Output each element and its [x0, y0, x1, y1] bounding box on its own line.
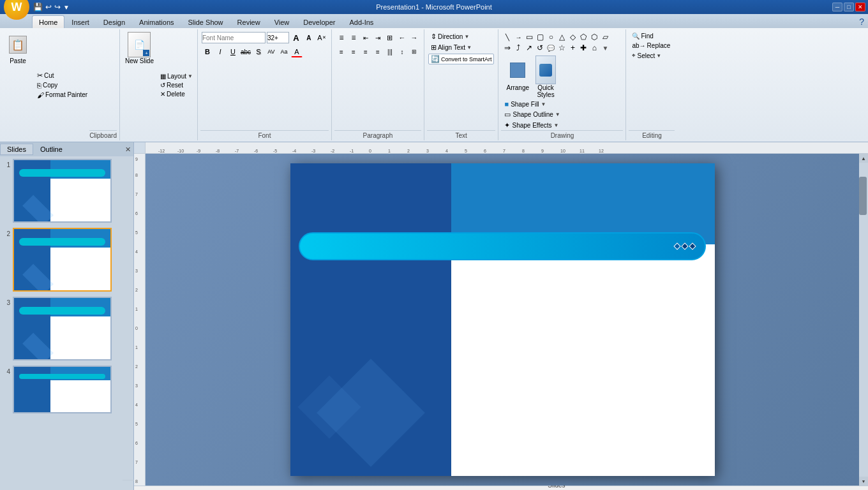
- ltr-button[interactable]: →: [408, 32, 420, 43]
- select-button[interactable]: ⌖ Select ▼: [630, 51, 663, 60]
- office-button[interactable]: W: [4, 0, 29, 20]
- slide-thumb-1[interactable]: [13, 159, 112, 223]
- new-slide-button[interactable]: 📄 + New Slide: [123, 31, 156, 66]
- shape-item-hexagon[interactable]: ⬡: [589, 32, 599, 42]
- slide-item-2[interactable]: 2: [3, 228, 131, 292]
- tab-slideshow[interactable]: Slide Show: [181, 15, 230, 28]
- quick-access-redo[interactable]: ↪: [54, 3, 61, 11]
- maximize-button[interactable]: □: [844, 3, 854, 11]
- slide-thumb-4[interactable]: [13, 366, 112, 413]
- quick-styles-button[interactable]: QuickStyles: [533, 54, 558, 100]
- align-left-button[interactable]: ≡: [336, 46, 347, 57]
- shape-item-star[interactable]: ☆: [557, 43, 567, 53]
- shrink-font-button[interactable]: A: [303, 32, 315, 43]
- arrange-button[interactable]: Arrange: [504, 54, 532, 100]
- columns-button[interactable]: |||: [384, 46, 396, 57]
- shape-item-diamond[interactable]: ◇: [567, 32, 578, 42]
- tab-design[interactable]: Design: [96, 15, 132, 28]
- smartart-icon[interactable]: ⊞: [384, 32, 396, 43]
- shape-item-trapezoid[interactable]: ⌂: [589, 43, 599, 53]
- copy-button[interactable]: ⎘ Copy: [35, 81, 89, 90]
- reset-button[interactable]: ↺ Reset: [158, 81, 195, 89]
- shape-fill-button[interactable]: ■ Shape Fill ▼: [502, 100, 562, 108]
- shape-item-pentagon[interactable]: ⬠: [578, 32, 588, 42]
- minimize-button[interactable]: ─: [832, 3, 842, 11]
- tab-home[interactable]: Home: [32, 15, 64, 28]
- find-button[interactable]: 🔍 Find: [630, 32, 655, 40]
- tab-review[interactable]: Review: [230, 15, 267, 28]
- slide-thumb-2[interactable]: [13, 228, 112, 292]
- paste-button[interactable]: 📋 Paste: [3, 31, 33, 66]
- tab-slides[interactable]: Slides: [0, 144, 33, 155]
- tab-developer[interactable]: Developer: [296, 15, 342, 28]
- shape-item-curved-arrow[interactable]: ↺: [535, 43, 545, 53]
- para-settings-icon[interactable]: ⊞: [408, 46, 420, 57]
- shape-item-callout[interactable]: 💬: [546, 43, 556, 53]
- shape-item-notched[interactable]: ⤴: [513, 43, 523, 53]
- vertical-scrollbar[interactable]: ▲ ▼: [859, 154, 868, 486]
- increase-indent-button[interactable]: ⇥: [372, 32, 384, 43]
- scroll-up-button[interactable]: ▲: [859, 154, 868, 163]
- align-right-button[interactable]: ≡: [360, 46, 371, 57]
- slide-cyan-bar[interactable]: [299, 232, 706, 260]
- selection-handle-1[interactable]: [674, 242, 681, 249]
- quick-access-save[interactable]: 💾: [33, 3, 43, 11]
- quick-access-dropdown[interactable]: ▼: [63, 4, 70, 11]
- shape-item-line[interactable]: ╲: [502, 32, 513, 42]
- underline-button[interactable]: U: [227, 46, 239, 57]
- numbering-button[interactable]: ≡: [348, 32, 359, 43]
- delete-button[interactable]: ✕ Delete: [158, 90, 195, 98]
- tab-animations[interactable]: Animations: [132, 15, 181, 28]
- case-button[interactable]: Aa: [278, 46, 290, 57]
- slide-item-4[interactable]: 4: [3, 366, 131, 413]
- slide-item-3[interactable]: 3: [3, 297, 131, 360]
- shape-item-bent-arrow[interactable]: ↗: [524, 43, 534, 53]
- shape-item-triangle[interactable]: △: [557, 32, 567, 42]
- bold-button[interactable]: B: [202, 46, 213, 57]
- tab-view[interactable]: View: [267, 15, 297, 28]
- layout-button[interactable]: ▦ Layout ▼: [158, 72, 195, 80]
- clear-format-button[interactable]: A✕: [316, 32, 327, 43]
- shape-item-oval[interactable]: ○: [546, 32, 556, 42]
- font-name-input[interactable]: [202, 32, 266, 43]
- close-button[interactable]: ✕: [855, 3, 865, 11]
- bullets-button[interactable]: ≡: [336, 32, 347, 43]
- shape-item-rounded-rect[interactable]: ▢: [535, 32, 545, 42]
- selection-handle-2[interactable]: [682, 242, 689, 249]
- scroll-thumb-v[interactable]: [859, 177, 867, 215]
- slide-thumb-3[interactable]: [13, 297, 112, 360]
- replace-button[interactable]: ab→ Replace: [630, 41, 672, 50]
- font-color-button[interactable]: A: [291, 46, 303, 57]
- cut-button[interactable]: ✂ Cut: [35, 71, 89, 80]
- decrease-indent-button[interactable]: ⇤: [360, 32, 371, 43]
- center-button[interactable]: ≡: [348, 46, 359, 57]
- shape-effects-button[interactable]: ✦ Shape Effects ▼: [502, 121, 562, 130]
- shape-item-more[interactable]: ▼: [600, 43, 610, 53]
- shape-outline-button[interactable]: ▭ Shape Outline ▼: [502, 110, 562, 119]
- slide-item-1[interactable]: 1: [3, 159, 131, 223]
- help-icon[interactable]: ?: [855, 15, 868, 28]
- tab-addins[interactable]: Add-Ins: [342, 15, 380, 28]
- char-spacing-button[interactable]: AV: [266, 46, 277, 57]
- tab-outline[interactable]: Outline: [33, 144, 70, 155]
- grow-font-button[interactable]: A: [290, 32, 302, 43]
- shape-item-right-arrow[interactable]: ⇒: [502, 43, 513, 53]
- justify-button[interactable]: ≡: [372, 46, 384, 57]
- shape-item-plus[interactable]: +: [567, 43, 578, 53]
- tab-insert[interactable]: Insert: [64, 15, 96, 28]
- shape-item-arrow[interactable]: →: [513, 32, 523, 42]
- text-direction-button[interactable]: ⇕ Direction ▼: [428, 32, 472, 41]
- strikethrough-button[interactable]: abc: [240, 46, 251, 57]
- convert-smartart-button[interactable]: 🔄 Convert to SmartArt: [428, 54, 495, 64]
- line-spacing-button[interactable]: ↕: [396, 46, 408, 57]
- font-size-input[interactable]: [267, 32, 289, 43]
- scroll-track-v[interactable]: [859, 163, 868, 477]
- canvas-scroll[interactable]: [146, 154, 859, 486]
- italic-button[interactable]: I: [214, 46, 226, 57]
- shape-item-cross[interactable]: ✚: [578, 43, 588, 53]
- slide-canvas[interactable]: [290, 163, 715, 476]
- format-painter-button[interactable]: 🖌 Format Painter: [35, 91, 89, 100]
- selection-handle-3[interactable]: [689, 242, 696, 249]
- quick-access-undo[interactable]: ↩: [45, 3, 52, 11]
- shape-item-rect[interactable]: ▭: [524, 32, 534, 42]
